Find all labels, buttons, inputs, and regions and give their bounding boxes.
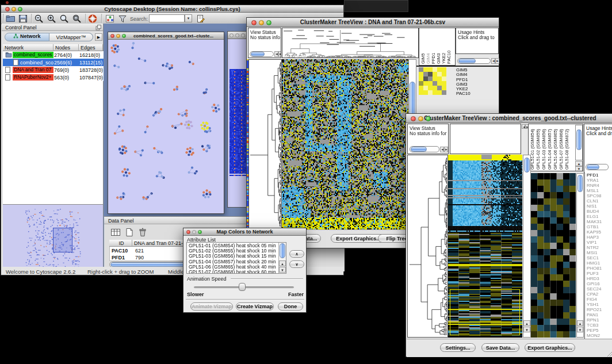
save-icon[interactable] — [18, 14, 28, 24]
gene-label[interactable]: MAK31 — [587, 219, 612, 224]
usage-hints-hscrollbar[interactable] — [586, 164, 609, 170]
view-status-hscrollbar[interactable] — [410, 146, 439, 152]
float-panel-icon[interactable] — [95, 25, 101, 30]
scroll-up-arrow[interactable]: ▲ — [279, 260, 286, 266]
help-lifering-icon[interactable] — [87, 14, 98, 24]
delete-attribute-icon[interactable] — [137, 228, 148, 237]
gene-label[interactable]: FIG4 — [587, 297, 612, 302]
zoom-out-icon[interactable] — [34, 14, 44, 24]
gene-label[interactable]: RPN1 — [587, 317, 612, 323]
zoom-heatmap[interactable] — [531, 173, 576, 338]
matrix-cell[interactable] — [433, 67, 437, 72]
attribute-item[interactable]: GPL51-07 (GSM868) heat shock 60 min — [189, 270, 278, 274]
matrix-cell[interactable] — [428, 67, 433, 72]
minimize-button[interactable] — [12, 7, 16, 12]
adjacency-network-view[interactable] — [230, 69, 247, 178]
network-row-rnapuber[interactable]: RNAPuberNov2+ 563(0) 107847(0) — [3, 74, 104, 81]
matrix-cell[interactable] — [428, 76, 433, 81]
attribute-listbox[interactable]: GPL51-01 (GSM854) heat shock 05 minGPL51… — [186, 242, 286, 274]
network-row-dna-tran[interactable]: DNA and Tran 07 769(0) 183728(0) — [3, 66, 104, 74]
open-file-icon[interactable] — [5, 14, 16, 24]
matrix-cell[interactable] — [442, 67, 446, 72]
matrix-cell[interactable] — [437, 67, 442, 72]
zoom-in-icon[interactable] — [47, 14, 57, 24]
gene-label[interactable]: PAC10 — [456, 91, 479, 96]
gene-label[interactable]: NTR2 — [587, 245, 612, 250]
attribute-list-vscrollbar[interactable]: ▲ ▼ — [278, 243, 286, 273]
scroll-right-arrow[interactable]: ► — [444, 147, 448, 152]
network-row-combined-sco-selected[interactable]: combined_sco 2569(6) 13112(15) — [3, 59, 104, 66]
vizmapper-nodes-icon[interactable] — [105, 14, 115, 24]
matrix-cell[interactable] — [442, 76, 446, 81]
scroll-left-arrow[interactable]: ◄ — [491, 58, 495, 64]
column-label[interactable]: GPL51-07 (GSM868) — [559, 124, 564, 170]
scroll-left-arrow[interactable]: ◄ — [274, 51, 278, 57]
matrix-cell[interactable] — [428, 86, 433, 90]
close-button[interactable] — [186, 230, 190, 234]
export-graphics-button[interactable]: Export Graphics... — [525, 343, 575, 352]
network-row-combined-scores[interactable]: combined_scores 2764(0) 16218(0) — [3, 51, 104, 59]
minimize-button[interactable] — [235, 33, 239, 37]
row-dendrogram[interactable] — [408, 155, 447, 337]
tab-vizmapper[interactable]: VizMapper™ — [49, 33, 93, 41]
scroll-right-arrow[interactable]: ► — [278, 51, 281, 57]
gene-label[interactable]: NIS1 — [587, 204, 612, 209]
matrix-cell[interactable] — [419, 90, 423, 95]
scroll-down-arrow[interactable]: ▼ — [279, 267, 286, 273]
scroll-up-arrow[interactable]: ▲ — [577, 320, 583, 326]
search-input[interactable] — [149, 14, 185, 22]
close-button[interactable] — [251, 20, 257, 25]
matrix-cell[interactable] — [423, 86, 428, 90]
column-label[interactable]: GIM5 — [420, 41, 426, 64]
gene-label[interactable]: CLN1 — [587, 198, 612, 204]
annotation-icon[interactable] — [196, 14, 206, 24]
view-status-hscrollbar[interactable] — [250, 51, 274, 57]
gene-label[interactable]: HAP3 — [587, 235, 612, 240]
column-header-nodes[interactable]: Nodes — [53, 44, 79, 51]
gene-label[interactable]: GPI16 — [587, 281, 612, 286]
scroll-up-arrow[interactable]: ▲ — [523, 320, 530, 326]
column-label[interactable]: GPL51-03 (GSM856) — [541, 124, 546, 170]
filter-funnel-icon[interactable] — [117, 14, 128, 24]
data-row-value[interactable]: 621 — [135, 248, 144, 254]
gene-label[interactable]: SEC24 — [587, 286, 612, 292]
column-label[interactable]: GPL51-02 (GSM855) — [536, 124, 541, 170]
gene-label[interactable]: PFD1 — [587, 173, 612, 178]
new-attribute-icon[interactable] — [124, 228, 135, 237]
matrix-cell[interactable] — [428, 72, 433, 76]
matrix-cell[interactable] — [437, 86, 442, 90]
row-dendrogram[interactable] — [249, 60, 281, 229]
treeview-dna-titlebar[interactable]: ClusterMaker TreeView : DNA and Tran 07-… — [247, 18, 499, 27]
matrix-cell[interactable] — [419, 76, 423, 81]
gene-label[interactable]: PUF3 — [587, 271, 612, 276]
move-down-button[interactable]: ∨ — [289, 260, 304, 268]
search-dropdown-button[interactable]: ▼ — [185, 14, 192, 22]
minimize-button[interactable] — [116, 34, 120, 38]
matrix-cell[interactable] — [423, 90, 428, 95]
gene-label[interactable]: ELG1 — [587, 214, 612, 219]
matrix-cell[interactable] — [423, 72, 428, 76]
matrix-cell[interactable] — [419, 81, 423, 86]
gene-label[interactable]: KAP95 — [587, 229, 612, 235]
main-titlebar[interactable]: Cytoscape Desktop (Session Name: collins… — [1, 5, 343, 13]
scroll-down-arrow[interactable]: ▼ — [575, 166, 583, 171]
gene-label[interactable]: PEP5 — [587, 328, 612, 333]
matrix-cell[interactable] — [437, 76, 442, 81]
matrix-cell[interactable] — [442, 81, 446, 86]
column-labels-vscrollbar[interactable] — [575, 125, 583, 160]
gene-label[interactable]: GTB1 — [587, 224, 612, 229]
gene-label[interactable]: PHO81 — [587, 266, 612, 271]
matrix-cell[interactable] — [423, 81, 428, 86]
gene-label[interactable]: MON2 — [587, 333, 612, 338]
zoom-button[interactable] — [266, 20, 271, 25]
matrix-cell[interactable] — [428, 81, 433, 86]
gene-label[interactable]: RPO21 — [587, 307, 612, 312]
scroll-down-arrow[interactable]: ▼ — [523, 327, 530, 332]
close-button[interactable] — [5, 7, 10, 12]
matrix-cell[interactable] — [437, 81, 442, 86]
matrix-cell[interactable] — [419, 72, 423, 76]
scroll-up-arrow[interactable]: ▲ — [575, 161, 583, 166]
zoom-button[interactable] — [241, 33, 245, 37]
column-header-edges[interactable]: Edges — [79, 44, 103, 51]
column-label[interactable]: GIM3 — [436, 41, 441, 64]
